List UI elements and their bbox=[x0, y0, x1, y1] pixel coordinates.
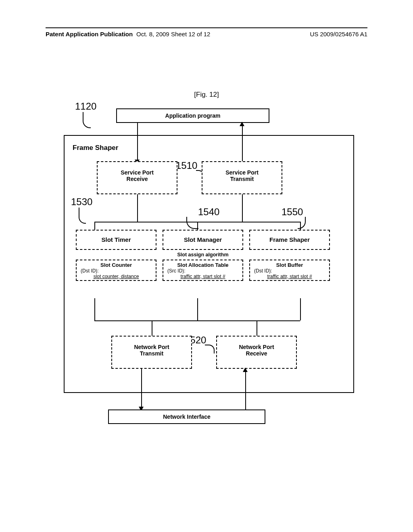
frame-shaper-mid bbox=[249, 250, 330, 260]
bus-rise-2a bbox=[152, 320, 152, 336]
slot-allocation-table-box: Slot Allocation Table (Src ID): traffic … bbox=[163, 260, 243, 281]
bus-drop-2 bbox=[197, 222, 198, 230]
header-left: Patent Application Publication bbox=[46, 31, 133, 37]
slot-manager-head: Slot Manager bbox=[163, 230, 243, 250]
slot-buffer-box: Slot Buffer (Dst ID): traffic attr, star… bbox=[249, 260, 330, 281]
bus-drop-1 bbox=[94, 222, 95, 230]
slot-timer-head: Slot Timer bbox=[76, 230, 156, 250]
network-port-transmit-l2: Transmit bbox=[112, 350, 191, 357]
slot-buffer-title: Slot Buffer bbox=[251, 262, 328, 268]
service-port-receive-box: Service Port Receive bbox=[97, 161, 177, 194]
header-mid: Oct. 8, 2009 Sheet 12 of 12 bbox=[136, 31, 210, 37]
service-port-receive-l1: Service Port bbox=[98, 169, 177, 176]
slot-counter-l2: slot counter, distance bbox=[77, 274, 155, 279]
slot-timer-column: Slot Timer Slot Counter (Dst ID): slot c… bbox=[76, 230, 156, 298]
network-port-receive-l2: Receive bbox=[217, 350, 296, 357]
slot-counter-title: Slot Counter bbox=[77, 262, 155, 268]
conn-np-down bbox=[141, 369, 142, 408]
slot-counter-box: Slot Counter (Dst ID): slot counter, dis… bbox=[76, 260, 156, 281]
conn-sptx-down bbox=[242, 194, 243, 222]
service-port-transmit-l2: Transmit bbox=[202, 176, 282, 182]
conn-np-up bbox=[245, 372, 246, 409]
network-port-transmit-box: Network Port Transmit bbox=[111, 336, 192, 369]
slot-allocation-table-title: Slot Allocation Table bbox=[164, 262, 242, 268]
bus-rise-3 bbox=[300, 298, 301, 320]
service-port-transmit-l1: Service Port bbox=[202, 169, 282, 176]
network-interface-box: Network Interface bbox=[108, 409, 265, 424]
ref-1120: 1120 bbox=[75, 101, 96, 112]
conn-sprx-down bbox=[137, 194, 138, 222]
slot-counter-l1: (Dst ID): bbox=[77, 268, 155, 274]
leader-1120 bbox=[83, 112, 91, 128]
arrow-app-up-icon bbox=[240, 122, 244, 126]
bus-rise-1 bbox=[94, 298, 95, 320]
slot-allocation-table-l1: (Src ID): bbox=[164, 268, 242, 274]
bus-rise-3a bbox=[257, 320, 257, 336]
service-port-receive-l2: Receive bbox=[98, 176, 177, 182]
application-program-label: Application program bbox=[165, 112, 221, 119]
bus-drop-3 bbox=[300, 222, 301, 230]
diagram: 1120 1510 1530 1540 1550 1520 Applicatio… bbox=[64, 101, 354, 435]
network-port-receive-box: Network Port Receive bbox=[216, 336, 297, 369]
frame-shaper-column: Frame Shaper Slot Buffer (Dst ID): traff… bbox=[249, 230, 330, 298]
bus-rise-2 bbox=[197, 298, 198, 320]
network-port-receive-l1: Network Port bbox=[217, 344, 296, 350]
slot-timer-mid bbox=[76, 250, 156, 260]
service-port-transmit-box: Service Port Transmit bbox=[202, 161, 282, 194]
page-header: Patent Application Publication Oct. 8, 2… bbox=[46, 27, 367, 37]
slot-allocation-table-l2: traffic attr, start slot # bbox=[164, 274, 242, 279]
slot-buffer-l2: traffic attr, start slot # bbox=[251, 274, 328, 279]
header-right: US 2009/0254676 A1 bbox=[310, 31, 367, 37]
slot-manager-mid: Slot assign algorithm bbox=[163, 250, 243, 260]
slot-manager-column: Slot Manager Slot assign algorithm Slot … bbox=[163, 230, 243, 298]
bus-bottom bbox=[94, 320, 300, 321]
arrow-np-up-icon bbox=[243, 368, 248, 372]
frame-shaper-outer-label: Frame Shaper bbox=[73, 144, 118, 152]
slot-buffer-l1: (Dst ID): bbox=[251, 268, 328, 274]
network-port-transmit-l1: Network Port bbox=[112, 344, 191, 350]
network-interface-label: Network Interface bbox=[163, 414, 210, 420]
application-program-box: Application program bbox=[116, 108, 269, 123]
figure-caption: [Fig. 12] bbox=[0, 91, 413, 99]
frame-shaper-head: Frame Shaper bbox=[249, 230, 330, 250]
